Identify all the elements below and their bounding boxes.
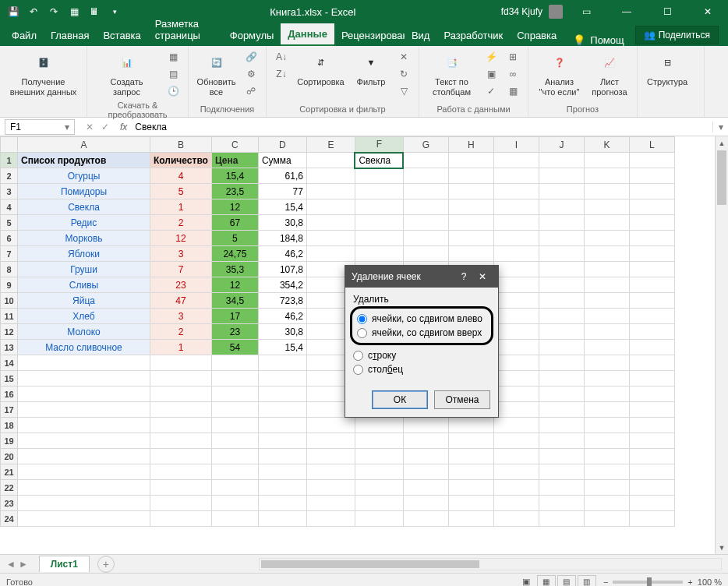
- cell-B9[interactable]: 23: [150, 277, 212, 293]
- tab-pagelayout[interactable]: Разметка страницы: [148, 13, 223, 46]
- refresh-all-button[interactable]: 🔄 Обновить все: [195, 49, 238, 99]
- cell-C24[interactable]: [211, 511, 258, 527]
- cell-H5[interactable]: [448, 215, 493, 231]
- cell-F24[interactable]: [355, 511, 403, 527]
- row-header-23[interactable]: 23: [1, 496, 18, 511]
- radio-column[interactable]: столбец: [353, 362, 490, 376]
- cell-G4[interactable]: [403, 199, 448, 215]
- row-header-12[interactable]: 12: [1, 324, 18, 340]
- cell-J13[interactable]: [539, 340, 584, 355]
- radio-shift-left-input[interactable]: [357, 314, 367, 324]
- from-table-icon[interactable]: ▤: [164, 66, 182, 82]
- cell-E24[interactable]: [306, 511, 355, 527]
- cell-B14[interactable]: [150, 355, 212, 371]
- cell-G2[interactable]: [403, 168, 448, 184]
- cell-K4[interactable]: [584, 199, 629, 215]
- cell-J12[interactable]: [539, 324, 584, 340]
- get-external-data-button[interactable]: 🗄️ Получение внешних данных: [6, 49, 80, 99]
- tab-formulas[interactable]: Формулы: [223, 25, 281, 46]
- page-break-view-button[interactable]: ▥: [578, 575, 596, 587]
- cell-A9[interactable]: Сливы: [18, 277, 150, 293]
- cell-F7[interactable]: [355, 246, 403, 262]
- zoom-slider[interactable]: [613, 581, 683, 584]
- cell-J24[interactable]: [539, 511, 584, 527]
- cell-L8[interactable]: [629, 262, 674, 277]
- quickprint-icon[interactable]: ▦: [65, 3, 83, 20]
- cell-B17[interactable]: [150, 402, 212, 418]
- cell-L20[interactable]: [629, 449, 674, 464]
- cell-L24[interactable]: [629, 511, 674, 527]
- cell-J23[interactable]: [539, 496, 584, 511]
- cell-L1[interactable]: [629, 153, 674, 168]
- cell-J4[interactable]: [539, 199, 584, 215]
- col-header-G[interactable]: G: [403, 137, 448, 153]
- tab-review[interactable]: Рецензирование: [334, 25, 405, 46]
- cell-I2[interactable]: [493, 168, 539, 184]
- col-header-A[interactable]: A: [18, 137, 150, 153]
- cell-L3[interactable]: [629, 184, 674, 199]
- cell-I11[interactable]: [493, 309, 539, 324]
- row-header-22[interactable]: 22: [1, 480, 18, 496]
- cell-B16[interactable]: [150, 387, 212, 402]
- outline-button[interactable]: ⊟ Структура: [644, 49, 691, 89]
- cell-B11[interactable]: 3: [150, 309, 212, 324]
- cell-I19[interactable]: [493, 433, 539, 449]
- cell-B20[interactable]: [150, 449, 212, 464]
- cell-B6[interactable]: 12: [150, 231, 212, 246]
- row-header-2[interactable]: 2: [1, 168, 18, 184]
- cell-C18[interactable]: [211, 418, 258, 433]
- cell-I21[interactable]: [493, 464, 539, 480]
- share-button[interactable]: 👥 Поделиться: [635, 26, 719, 44]
- cell-B7[interactable]: 3: [150, 246, 212, 262]
- cell-B10[interactable]: 47: [150, 293, 212, 309]
- cell-B12[interactable]: 2: [150, 324, 212, 340]
- scroll-up-icon[interactable]: ▲: [716, 136, 728, 150]
- cell-I9[interactable]: [493, 277, 539, 293]
- cell-K24[interactable]: [584, 511, 629, 527]
- reapply-icon[interactable]: ↻: [395, 66, 412, 82]
- cell-L21[interactable]: [629, 464, 674, 480]
- cell-C19[interactable]: [211, 433, 258, 449]
- cell-C2[interactable]: 15,4: [211, 168, 258, 184]
- user-name[interactable]: fd34 Kjufy: [501, 6, 542, 17]
- cell-F4[interactable]: [355, 199, 403, 215]
- fx-icon[interactable]: fx: [115, 122, 132, 132]
- cell-H1[interactable]: [448, 153, 493, 168]
- row-header-20[interactable]: 20: [1, 449, 18, 464]
- cell-I17[interactable]: [493, 402, 539, 418]
- cell-D11[interactable]: 46,2: [258, 309, 306, 324]
- row-header-24[interactable]: 24: [1, 511, 18, 527]
- cell-E18[interactable]: [306, 418, 355, 433]
- cell-J22[interactable]: [539, 480, 584, 496]
- tab-data[interactable]: Данные: [281, 23, 334, 46]
- row-header-11[interactable]: 11: [1, 309, 18, 324]
- cell-D6[interactable]: 184,8: [258, 231, 306, 246]
- cell-I8[interactable]: [493, 262, 539, 277]
- cell-C17[interactable]: [211, 402, 258, 418]
- data-model-icon[interactable]: ▦: [504, 83, 521, 99]
- row-header-6[interactable]: 6: [1, 231, 18, 246]
- cell-K22[interactable]: [584, 480, 629, 496]
- cell-L17[interactable]: [629, 402, 674, 418]
- cell-D5[interactable]: 30,8: [258, 215, 306, 231]
- cell-E3[interactable]: [306, 184, 355, 199]
- ribbon-options-icon[interactable]: ▭: [569, 0, 603, 23]
- expand-formula-icon[interactable]: ▾: [712, 122, 728, 132]
- row-header-1[interactable]: 1: [1, 153, 18, 168]
- cell-F19[interactable]: [355, 433, 403, 449]
- cell-D15[interactable]: [258, 371, 306, 387]
- vertical-scrollbar[interactable]: ▲ ▼: [715, 136, 728, 554]
- cell-J14[interactable]: [539, 355, 584, 371]
- cell-D7[interactable]: 46,2: [258, 246, 306, 262]
- cell-E5[interactable]: [306, 215, 355, 231]
- row-header-18[interactable]: 18: [1, 418, 18, 433]
- cell-C16[interactable]: [211, 387, 258, 402]
- cell-K23[interactable]: [584, 496, 629, 511]
- cell-D21[interactable]: [258, 464, 306, 480]
- cell-L7[interactable]: [629, 246, 674, 262]
- cell-E23[interactable]: [306, 496, 355, 511]
- cell-A5[interactable]: Редис: [18, 215, 150, 231]
- cell-A14[interactable]: [18, 355, 150, 371]
- cell-L22[interactable]: [629, 480, 674, 496]
- cell-J20[interactable]: [539, 449, 584, 464]
